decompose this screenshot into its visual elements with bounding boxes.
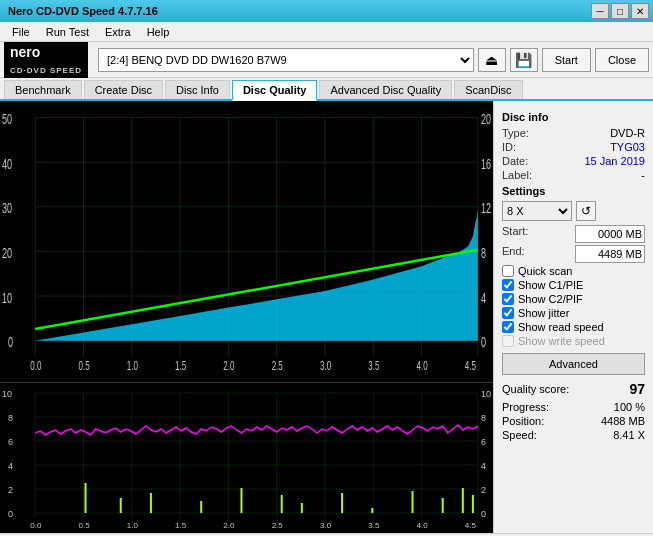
svg-text:3.0: 3.0 bbox=[320, 358, 331, 372]
show-jitter-row: Show jitter bbox=[502, 307, 645, 319]
progress-section: Progress: 100 % Position: 4488 MB Speed:… bbox=[502, 401, 645, 441]
svg-text:0: 0 bbox=[481, 334, 486, 351]
show-read-speed-row: Show read speed bbox=[502, 321, 645, 333]
show-c1pie-checkbox[interactable] bbox=[502, 279, 514, 291]
show-c2-row: Show C2/PIF bbox=[502, 293, 645, 305]
position-value: 4488 MB bbox=[601, 415, 645, 427]
minimize-button[interactable]: ─ bbox=[591, 3, 609, 19]
svg-text:12: 12 bbox=[481, 200, 491, 217]
svg-text:10: 10 bbox=[2, 389, 12, 399]
svg-text:8: 8 bbox=[481, 245, 486, 262]
show-jitter-label: Show jitter bbox=[518, 307, 569, 319]
svg-text:0.0: 0.0 bbox=[30, 521, 42, 530]
menu-extra[interactable]: Extra bbox=[97, 24, 139, 40]
svg-text:4: 4 bbox=[481, 461, 486, 471]
svg-text:0: 0 bbox=[8, 334, 13, 351]
disc-info-title: Disc info bbox=[502, 111, 645, 123]
menubar: File Run Test Extra Help bbox=[0, 22, 653, 42]
quick-scan-row: Quick scan bbox=[502, 265, 645, 277]
svg-text:16: 16 bbox=[481, 155, 491, 172]
speed-label: Speed: bbox=[502, 429, 537, 441]
show-jitter-checkbox[interactable] bbox=[502, 307, 514, 319]
svg-text:2.5: 2.5 bbox=[272, 521, 284, 530]
tab-disc-quality[interactable]: Disc Quality bbox=[232, 80, 318, 101]
progress-label: Progress: bbox=[502, 401, 549, 413]
type-value: DVD-R bbox=[610, 127, 645, 139]
tab-disc-info[interactable]: Disc Info bbox=[165, 80, 230, 99]
svg-text:20: 20 bbox=[481, 111, 491, 128]
svg-text:3.0: 3.0 bbox=[320, 521, 332, 530]
speed-row-progress: Speed: 8.41 X bbox=[502, 429, 645, 441]
end-input[interactable] bbox=[575, 245, 645, 263]
menu-file[interactable]: File bbox=[4, 24, 38, 40]
svg-text:0.0: 0.0 bbox=[30, 358, 41, 372]
id-value: TYG03 bbox=[610, 141, 645, 153]
position-row: Position: 4488 MB bbox=[502, 415, 645, 427]
svg-text:10: 10 bbox=[2, 289, 12, 306]
window-controls: ─ □ ✕ bbox=[591, 3, 649, 19]
svg-text:2.0: 2.0 bbox=[223, 358, 234, 372]
date-value: 15 Jan 2019 bbox=[584, 155, 645, 167]
svg-text:6: 6 bbox=[481, 437, 486, 447]
info-panel: Disc info Type: DVD-R ID: TYG03 Date: 15… bbox=[493, 101, 653, 533]
close-disc-button[interactable]: Close bbox=[595, 48, 649, 72]
svg-text:6: 6 bbox=[8, 437, 13, 447]
start-label: Start: bbox=[502, 225, 528, 243]
speed-select[interactable]: 8 X bbox=[502, 201, 572, 221]
svg-text:1.0: 1.0 bbox=[127, 521, 139, 530]
show-read-speed-checkbox[interactable] bbox=[502, 321, 514, 333]
tab-benchmark[interactable]: Benchmark bbox=[4, 80, 82, 99]
label-value: - bbox=[641, 169, 645, 181]
svg-text:30: 30 bbox=[2, 200, 12, 217]
tab-scan-disc[interactable]: ScanDisc bbox=[454, 80, 522, 99]
svg-text:4: 4 bbox=[8, 461, 13, 471]
pi-errors-chart: 50 40 30 20 10 0 20 16 12 8 4 0 0.0 0.5 … bbox=[0, 101, 493, 382]
svg-text:3.5: 3.5 bbox=[368, 358, 379, 372]
app-title: Nero CD-DVD Speed 4.7.7.16 bbox=[4, 5, 158, 17]
svg-text:2: 2 bbox=[481, 485, 486, 495]
show-write-speed-label: Show write speed bbox=[518, 335, 605, 347]
svg-text:1.5: 1.5 bbox=[175, 358, 186, 372]
menu-help[interactable]: Help bbox=[139, 24, 178, 40]
menu-run-test[interactable]: Run Test bbox=[38, 24, 97, 40]
svg-text:2.5: 2.5 bbox=[272, 358, 283, 372]
position-label: Position: bbox=[502, 415, 544, 427]
start-button[interactable]: Start bbox=[542, 48, 591, 72]
svg-text:0: 0 bbox=[481, 509, 486, 519]
save-button[interactable]: 💾 bbox=[510, 48, 538, 72]
svg-text:10: 10 bbox=[481, 389, 491, 399]
show-write-speed-checkbox[interactable] bbox=[502, 335, 514, 347]
svg-text:4.0: 4.0 bbox=[417, 521, 429, 530]
refresh-button[interactable]: ↺ bbox=[576, 201, 596, 221]
show-write-speed-row: Show write speed bbox=[502, 335, 645, 347]
svg-text:2.0: 2.0 bbox=[223, 521, 235, 530]
start-input[interactable] bbox=[575, 225, 645, 243]
svg-text:0.5: 0.5 bbox=[78, 358, 89, 372]
tab-bar: Benchmark Create Disc Disc Info Disc Qua… bbox=[0, 78, 653, 101]
date-label: Date: bbox=[502, 155, 528, 167]
svg-text:4: 4 bbox=[481, 289, 486, 306]
quick-scan-checkbox[interactable] bbox=[502, 265, 514, 277]
show-c2pif-checkbox[interactable] bbox=[502, 293, 514, 305]
tab-advanced-disc-quality[interactable]: Advanced Disc Quality bbox=[319, 80, 452, 99]
type-label: Type: bbox=[502, 127, 529, 139]
svg-text:3.5: 3.5 bbox=[368, 521, 380, 530]
main-content: 50 40 30 20 10 0 20 16 12 8 4 0 0.0 0.5 … bbox=[0, 101, 653, 533]
advanced-button[interactable]: Advanced bbox=[502, 353, 645, 375]
maximize-button[interactable]: □ bbox=[611, 3, 629, 19]
svg-text:1.5: 1.5 bbox=[175, 521, 187, 530]
show-c1-row: Show C1/PIE bbox=[502, 279, 645, 291]
svg-text:50: 50 bbox=[2, 111, 12, 128]
progress-row: Progress: 100 % bbox=[502, 401, 645, 413]
tab-create-disc[interactable]: Create Disc bbox=[84, 80, 163, 99]
eject-button[interactable]: ⏏ bbox=[478, 48, 506, 72]
quality-value: 97 bbox=[629, 381, 645, 397]
svg-text:20: 20 bbox=[2, 245, 12, 262]
drive-select[interactable]: [2:4] BENQ DVD DD DW1620 B7W9 bbox=[98, 48, 474, 72]
svg-text:8: 8 bbox=[481, 413, 486, 423]
settings-title: Settings bbox=[502, 185, 645, 197]
id-label: ID: bbox=[502, 141, 516, 153]
close-button[interactable]: ✕ bbox=[631, 3, 649, 19]
end-label: End: bbox=[502, 245, 525, 263]
show-c2pif-label: Show C2/PIF bbox=[518, 293, 583, 305]
